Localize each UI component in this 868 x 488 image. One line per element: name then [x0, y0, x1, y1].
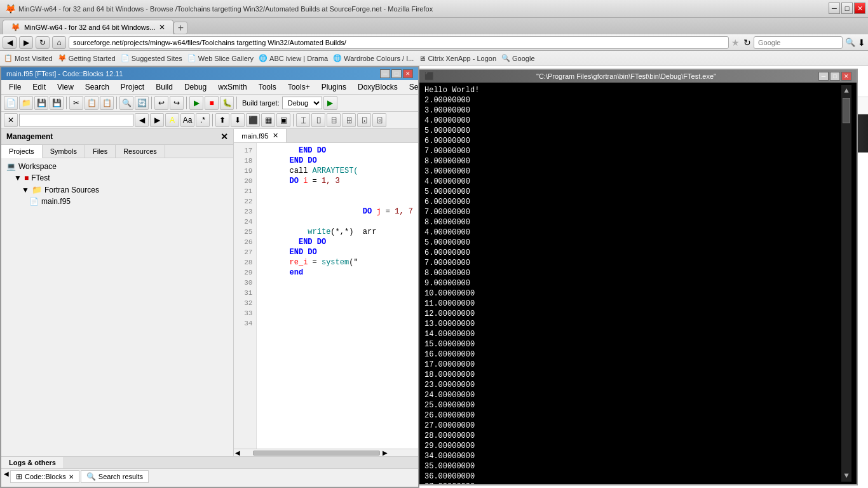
code-tool-6[interactable]: ⌶: [296, 113, 310, 127]
highlight-button[interactable]: A: [165, 113, 179, 127]
ide-menu-doxyblocks[interactable]: DoxyBlocks: [353, 81, 403, 93]
terminal-maximize-button[interactable]: □: [830, 72, 840, 81]
scroll-left-bottom-icon[interactable]: ◀: [4, 470, 9, 483]
find-button[interactable]: 🔍: [119, 96, 133, 110]
reload-button[interactable]: ↻: [36, 36, 50, 49]
codeblocks-close-icon[interactable]: ✕: [69, 473, 74, 480]
code-tool-7[interactable]: ⌷: [311, 113, 325, 127]
find-replace-button[interactable]: 🔄: [135, 96, 149, 110]
editor-scrollbar[interactable]: ◀ ▶: [234, 449, 418, 456]
tab-projects[interactable]: Projects: [1, 145, 43, 158]
ide-maximize-button[interactable]: □: [391, 69, 402, 78]
code-tool-1[interactable]: ⬆: [215, 113, 229, 127]
code-tool-4[interactable]: ▦: [261, 113, 275, 127]
close-button[interactable]: ✕: [854, 3, 865, 14]
ide-menu-edit[interactable]: Edit: [27, 81, 51, 93]
new-tab-button[interactable]: +: [173, 22, 187, 34]
code-content[interactable]: 17 18 19 20 21 22 23 24 25 26 27 28 29 3…: [234, 143, 418, 449]
workspace-item[interactable]: 💻 Workspace: [4, 161, 231, 172]
bookmark-abc-iview[interactable]: 🌐 ABC iview | Drama: [259, 54, 328, 62]
bookmark-most-visited[interactable]: 📋 Most Visited: [4, 54, 53, 62]
tab-resources[interactable]: Resources: [116, 145, 165, 158]
code-tool-3[interactable]: ⬛: [246, 113, 260, 127]
save-button[interactable]: 💾: [34, 96, 48, 110]
build-run-button[interactable]: ▶: [323, 96, 337, 110]
ide-menu-project[interactable]: Project: [116, 81, 149, 93]
copy-button[interactable]: 📋: [85, 96, 98, 110]
debug-button[interactable]: 🐛: [220, 96, 234, 110]
ide-menu-debug[interactable]: Debug: [179, 81, 212, 93]
minimize-button[interactable]: ─: [829, 3, 840, 14]
scrollbar-thumb[interactable]: [253, 451, 380, 456]
editor-tab-close-icon[interactable]: ✕: [273, 132, 278, 140]
redo-button[interactable]: ↪: [170, 96, 184, 110]
address-bar[interactable]: [69, 36, 729, 49]
ide-menu-tools[interactable]: Tools: [254, 81, 281, 93]
browser-search-input[interactable]: [754, 36, 843, 49]
main-file-item[interactable]: 📄 main.f95: [27, 196, 231, 207]
search-results-tab[interactable]: 🔍 Search results: [81, 470, 149, 483]
management-close-icon[interactable]: ✕: [220, 132, 228, 142]
undo-button[interactable]: ↩: [154, 96, 168, 110]
tab-close-icon[interactable]: ✕: [159, 23, 165, 32]
build-target-select[interactable]: Debug: [282, 97, 322, 109]
ide-menu-file[interactable]: File: [4, 81, 26, 93]
terminal-close-button[interactable]: ✕: [841, 72, 851, 81]
code-tool-8[interactable]: ⌸: [327, 113, 341, 127]
ide-minimize-button[interactable]: ─: [380, 69, 390, 78]
clear-search-button[interactable]: ✕: [4, 113, 18, 127]
forward-button[interactable]: ▶: [19, 36, 33, 49]
paste-button[interactable]: 📋: [100, 96, 114, 110]
regex-button[interactable]: .*: [196, 113, 210, 127]
terminal-scroll-thumb[interactable]: [843, 98, 850, 123]
bookmark-citrix[interactable]: 🖥 Citrix XenApp - Logon: [419, 55, 496, 62]
logs-others-tab[interactable]: Logs & others: [1, 457, 64, 468]
code-tool-11[interactable]: ⌻: [372, 113, 386, 127]
search-next-button[interactable]: ▶: [150, 113, 164, 127]
sources-folder-item[interactable]: ▼ 📁 Fortran Sources: [19, 184, 231, 196]
stop-button[interactable]: ■: [205, 96, 219, 110]
project-item[interactable]: ▼ ■ FTest: [11, 172, 231, 184]
search-icon[interactable]: 🔍: [845, 37, 855, 47]
scroll-left-icon[interactable]: ◀: [235, 449, 240, 456]
editor-tab-main[interactable]: main.f95 ✕: [234, 129, 286, 142]
codeblocks-status-tab[interactable]: ⊞ Code::Blocks ✕: [10, 470, 79, 483]
run-button[interactable]: ▶: [189, 96, 203, 110]
tab-files[interactable]: Files: [85, 145, 116, 158]
bookmark-suggested-sites[interactable]: 📄 Suggested Sites: [121, 54, 182, 62]
code-tool-9[interactable]: ⌹: [342, 113, 356, 127]
scroll-right-icon[interactable]: ▶: [383, 449, 388, 456]
cut-button[interactable]: ✂: [69, 96, 83, 110]
save-all-button[interactable]: 💾: [50, 96, 64, 110]
code-tool-5[interactable]: ▣: [276, 113, 290, 127]
bookmark-google[interactable]: 🔍 Google: [501, 54, 534, 62]
ide-menu-search[interactable]: Search: [80, 81, 114, 93]
code-search-input[interactable]: [19, 114, 133, 126]
back-button[interactable]: ◀: [3, 36, 17, 49]
ide-menu-plugins[interactable]: Plugins: [316, 81, 351, 93]
star-icon[interactable]: ★: [731, 37, 740, 48]
maximize-button[interactable]: □: [841, 3, 853, 14]
open-file-button[interactable]: 📁: [19, 96, 33, 110]
code-text[interactable]: END DO END DO call ARRAYTEST( DO i = 1, …: [257, 143, 418, 449]
ide-menu-view[interactable]: View: [52, 81, 79, 93]
code-tool-2[interactable]: ⬇: [231, 113, 245, 127]
bookmark-web-slice[interactable]: 📄 Web Slice Gallery: [187, 54, 254, 62]
ide-menu-tools-plus[interactable]: Tools+: [283, 81, 315, 93]
home-button[interactable]: ⌂: [52, 36, 66, 49]
terminal-minimize-button[interactable]: ─: [818, 72, 829, 81]
match-case-button[interactable]: Aa: [180, 113, 194, 127]
search-prev-button[interactable]: ◀: [135, 113, 149, 127]
terminal-scrollbar[interactable]: ▲ ▼: [841, 85, 851, 482]
bookmark-getting-started[interactable]: 🦊 Getting Started: [58, 54, 116, 62]
tab-symbols[interactable]: Symbols: [43, 145, 85, 158]
download-icon[interactable]: ⬇: [858, 37, 865, 48]
terminal-scroll-down-icon[interactable]: ▼: [841, 470, 851, 482]
new-file-button[interactable]: 📄: [4, 96, 18, 110]
bookmark-wardrobe[interactable]: 🌐 Wardrobe Colours / I...: [333, 54, 414, 62]
code-tool-10[interactable]: ⌺: [357, 113, 371, 127]
refresh-icon[interactable]: ↻: [743, 37, 751, 48]
ide-close-button[interactable]: ✕: [403, 69, 413, 78]
ide-menu-build[interactable]: Build: [151, 81, 178, 93]
terminal-scroll-up-icon[interactable]: ▲: [841, 85, 851, 97]
